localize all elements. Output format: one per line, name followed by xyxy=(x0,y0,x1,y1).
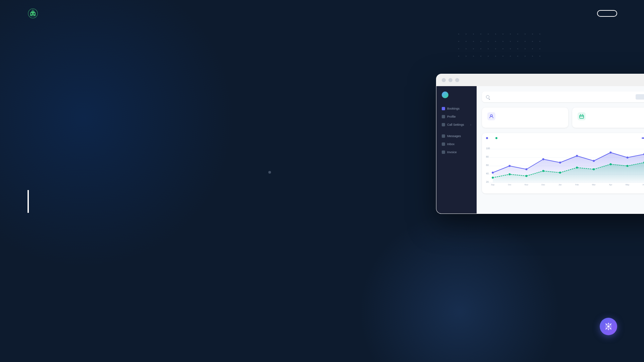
message-icon xyxy=(442,134,445,138)
signup-button[interactable] xyxy=(597,10,617,17)
svg-point-21 xyxy=(492,172,494,174)
dashboard-mockup: Bookings Profile Call Settings › M xyxy=(436,74,644,214)
user-icon xyxy=(442,115,445,118)
legend-calls xyxy=(486,137,491,139)
svg-point-39 xyxy=(627,165,629,167)
chat-button[interactable] xyxy=(600,318,617,335)
svg-point-4 xyxy=(31,13,32,14)
nav-actions xyxy=(577,10,617,17)
svg-text:Jan: Jan xyxy=(558,184,562,186)
svg-point-25 xyxy=(559,162,561,164)
logo-icon xyxy=(27,7,39,19)
svg-point-7 xyxy=(33,10,34,11)
svg-point-35 xyxy=(559,172,561,174)
window-dot-close xyxy=(442,78,446,82)
topbar-toggle[interactable] xyxy=(636,94,644,100)
stats-row xyxy=(482,108,644,128)
calls-stat-icon xyxy=(487,112,495,120)
svg-text:60: 60 xyxy=(486,164,489,166)
dashboard-body: Bookings Profile Call Settings › M xyxy=(436,86,644,214)
svg-point-29 xyxy=(627,157,629,159)
legend-dot-blue xyxy=(486,137,488,139)
svg-rect-6 xyxy=(32,15,34,16)
phone-icon xyxy=(442,123,445,126)
window-chrome xyxy=(436,74,644,86)
svg-text:Dec: Dec xyxy=(541,184,545,186)
topbar-actions xyxy=(636,94,644,100)
svg-point-34 xyxy=(542,170,544,172)
svg-text:Oct: Oct xyxy=(508,184,512,186)
period-btn-day[interactable] xyxy=(642,137,644,139)
svg-point-31 xyxy=(492,177,494,179)
svg-text:Aug: Aug xyxy=(643,184,644,186)
svg-text:40: 40 xyxy=(486,172,489,175)
svg-text:Sep: Sep xyxy=(491,184,495,186)
svg-text:20: 20 xyxy=(486,181,489,183)
dash-nav-inbox[interactable]: Inbox xyxy=(440,140,473,148)
dash-logo xyxy=(440,92,473,98)
search-icon xyxy=(486,95,489,99)
svg-text:Apr: Apr xyxy=(609,184,612,186)
dash-search[interactable] xyxy=(486,95,491,99)
dashboard-window: Bookings Profile Call Settings › M xyxy=(436,74,644,214)
svg-point-51 xyxy=(607,325,609,327)
hero-left xyxy=(27,47,288,223)
dash-logo-icon xyxy=(442,92,448,98)
svg-point-24 xyxy=(542,158,544,160)
logo-link[interactable] xyxy=(27,7,42,19)
svg-point-22 xyxy=(508,165,511,167)
hero-section: Bookings Profile Call Settings › M xyxy=(0,27,644,223)
chart-period-buttons xyxy=(642,137,644,139)
dash-nav-profile[interactable]: Profile xyxy=(440,113,473,120)
calendar-icon xyxy=(442,107,445,110)
login-button[interactable] xyxy=(577,11,590,16)
window-dot-minimize xyxy=(448,78,452,82)
nav-invoice-label: Invoice xyxy=(447,150,457,154)
dashboard-sidebar: Bookings Profile Call Settings › M xyxy=(436,86,477,214)
svg-point-38 xyxy=(609,163,611,165)
svg-text:Feb: Feb xyxy=(575,184,579,186)
svg-point-23 xyxy=(525,168,527,170)
svg-text:Nov: Nov xyxy=(525,184,528,186)
chart-legends xyxy=(486,137,501,139)
svg-text:80: 80 xyxy=(486,156,489,158)
svg-point-28 xyxy=(609,152,611,154)
svg-point-26 xyxy=(576,155,578,157)
svg-point-33 xyxy=(525,175,527,177)
window-dot-maximize xyxy=(455,78,459,82)
svg-rect-10 xyxy=(580,115,584,118)
svg-point-27 xyxy=(593,160,595,162)
chart-area: 100 80 60 40 20 xyxy=(482,133,644,193)
stat-card-bookings xyxy=(572,108,644,128)
chart-header xyxy=(486,137,644,139)
legend-bookings xyxy=(495,137,501,139)
invoice-icon xyxy=(442,150,445,154)
dash-nav-bookings[interactable]: Bookings xyxy=(440,105,473,112)
legend-dot-green xyxy=(495,137,497,139)
svg-point-37 xyxy=(593,168,595,170)
dash-nav-messages[interactable]: Messages xyxy=(440,132,473,140)
dash-nav-call-settings[interactable]: Call Settings › xyxy=(440,121,473,128)
nav-profile-label: Profile xyxy=(447,115,456,118)
svg-point-36 xyxy=(576,167,578,169)
typing-cursor xyxy=(28,190,29,213)
bookings-stat-icon xyxy=(578,112,586,120)
svg-text:May: May xyxy=(626,184,629,186)
svg-rect-3 xyxy=(31,11,35,13)
hero-title xyxy=(27,54,288,213)
nav-bookings-label: Bookings xyxy=(447,107,460,110)
chart-svg: 100 80 60 40 20 xyxy=(486,142,644,186)
chevron-icon: › xyxy=(470,123,471,126)
dash-nav-invoice[interactable]: Invoice xyxy=(440,148,473,156)
dashboard-main: 100 80 60 40 20 xyxy=(477,86,644,214)
navbar xyxy=(0,0,644,27)
nav-call-settings-label: Call Settings xyxy=(447,123,464,126)
svg-text:Mar: Mar xyxy=(592,184,595,186)
nav-inbox-label: Inbox xyxy=(447,142,454,146)
chat-icon xyxy=(604,322,612,330)
nav-messages-label: Messages xyxy=(447,134,461,138)
svg-point-5 xyxy=(34,13,35,14)
inbox-icon xyxy=(442,142,445,146)
dashboard-topbar xyxy=(482,92,644,102)
stat-card-calls xyxy=(482,108,568,128)
